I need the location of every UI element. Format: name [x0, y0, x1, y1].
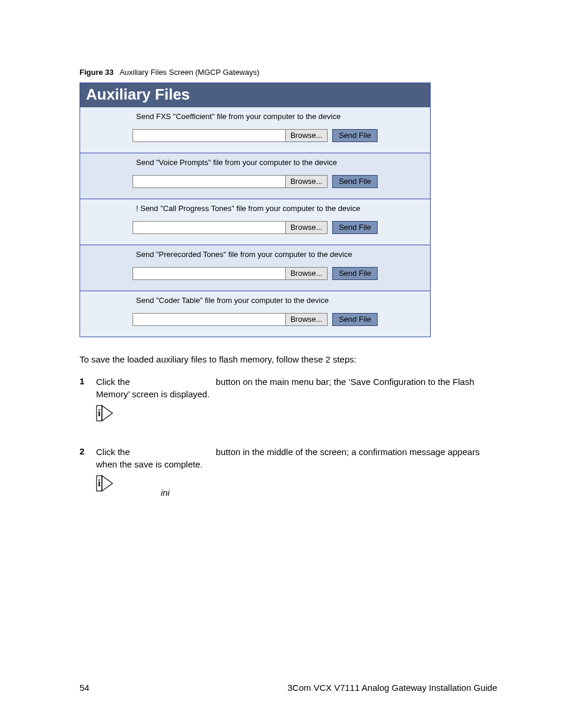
note-1-body: Saving an auxiliary file to flash memory…: [122, 406, 480, 427]
page-number: 54: [80, 683, 90, 693]
panel-title: Auxiliary Files: [80, 83, 430, 107]
auxiliary-files-panel: Auxiliary Files Send FXS "Coefficient" f…: [80, 83, 431, 337]
page-footer: 54 3Com VCX V7111 Analog Gateway Install…: [80, 683, 497, 693]
section-label: Send FXS "Coefficient" file from your co…: [80, 112, 430, 121]
save-configuration-ref: Save Configuration: [133, 377, 214, 387]
info-arrow-icon: i: [96, 475, 114, 492]
send-file-button[interactable]: Send File: [332, 221, 378, 234]
step-number: 1: [80, 376, 96, 400]
note-2-post: file parameters.: [170, 487, 233, 498]
browse-button[interactable]: Browse...: [286, 313, 328, 326]
section-call-progress-tones: ! Send "Call Progress Tones" file from y…: [80, 199, 430, 245]
intro-text: To save the loaded auxiliary files to fl…: [80, 354, 497, 365]
step-pre: Click the: [96, 447, 133, 457]
note-2: i A device reset is required to activate…: [96, 475, 497, 499]
file-path-input[interactable]: [133, 129, 286, 142]
send-file-button[interactable]: Send File: [332, 175, 378, 188]
file-path-input[interactable]: [133, 313, 286, 326]
section-voice-prompts: Send "Voice Prompts" file from your comp…: [80, 153, 430, 199]
section-prerecorded-tones: Send "Prerecorded Tones" file from your …: [80, 245, 430, 291]
note-1: i Saving an auxiliary file to flash memo…: [96, 405, 497, 429]
figure-caption: Figure 33 Auxiliary Files Screen (MGCP G…: [80, 68, 497, 77]
section-label: Send "Voice Prompts" file from your comp…: [80, 158, 430, 167]
send-file-button[interactable]: Send File: [332, 313, 378, 326]
svg-marker-2: [102, 406, 113, 421]
browse-button[interactable]: Browse...: [286, 221, 328, 234]
step-1: 1 Click the Save Configuration button on…: [80, 376, 497, 400]
step-text: Click the Save Configuration button in t…: [96, 446, 497, 470]
step-2: 2 Click the Save Configuration button in…: [80, 446, 497, 470]
file-path-input[interactable]: [133, 267, 286, 280]
browse-button[interactable]: Browse...: [286, 175, 328, 188]
note-text: Saving an auxiliary file to flash memory…: [122, 405, 497, 429]
section-label: Send "Prerecorded Tones" file from your …: [80, 250, 430, 259]
svg-text:i: i: [98, 408, 101, 418]
browse-button[interactable]: Browse...: [286, 267, 328, 280]
footer-title: 3Com VCX V7111 Analog Gateway Installati…: [287, 683, 497, 693]
file-path-input[interactable]: [133, 221, 286, 234]
browse-button[interactable]: Browse...: [286, 129, 328, 142]
send-file-button[interactable]: Send File: [332, 129, 378, 142]
svg-marker-5: [102, 476, 113, 491]
figure-caption-text: Auxiliary Files Screen (MGCP Gateways): [120, 68, 259, 77]
save-configuration-ref: Save Configuration: [133, 447, 214, 457]
section-label: ! Send "Call Progress Tones" file from y…: [80, 204, 430, 213]
section-fxs-coefficient: Send FXS "Coefficient" file from your co…: [80, 107, 430, 153]
step-pre: Click the: [96, 377, 133, 387]
info-arrow-icon: i: [96, 405, 114, 421]
file-path-input[interactable]: [133, 175, 286, 188]
step-number: 2: [80, 446, 96, 470]
section-label: Send "Coder Table" file from your comput…: [80, 296, 430, 305]
section-coder-table: Send "Coder Table" file from your comput…: [80, 291, 430, 337]
step-text: Click the Save Configuration button on t…: [96, 376, 497, 400]
svg-text:i: i: [98, 478, 101, 488]
send-file-button[interactable]: Send File: [332, 267, 378, 280]
ini-literal: ini: [161, 487, 170, 498]
figure-label: Figure 33: [80, 68, 114, 77]
note-text: A device reset is required to activate a…: [122, 475, 497, 499]
